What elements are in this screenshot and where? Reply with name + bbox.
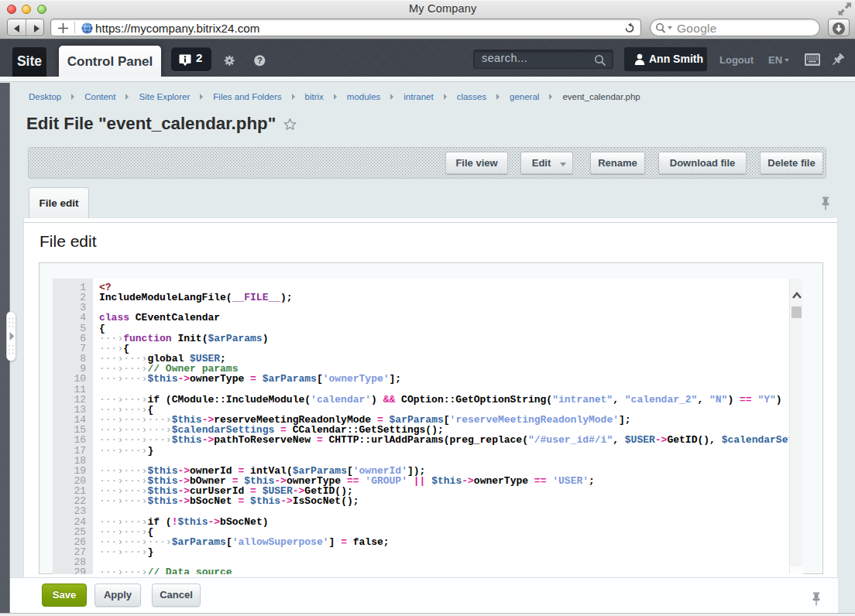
svg-text:?: ? <box>257 56 263 65</box>
